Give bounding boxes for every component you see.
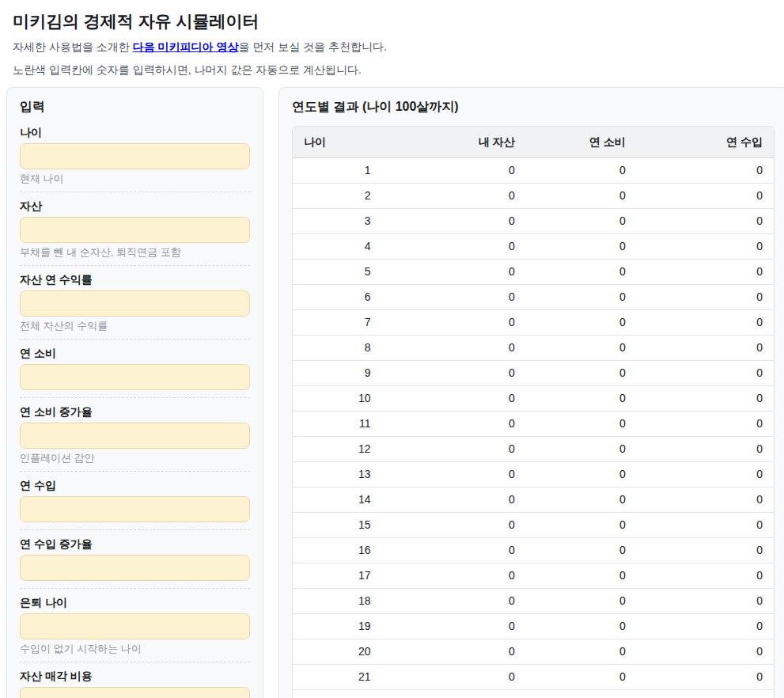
cell-income: 0 [637, 462, 774, 487]
cell-assets: 0 [381, 336, 525, 361]
cell-spend: 0 [526, 665, 637, 690]
retirement-age-field: 은퇴 나이수입이 없기 시작하는 나이 [20, 596, 250, 662]
age-label: 나이 [20, 126, 250, 138]
cell-spend: 0 [526, 690, 637, 698]
cell-income: 0 [637, 184, 774, 209]
cell-assets: 0 [381, 260, 525, 285]
cell-spend: 0 [526, 412, 637, 437]
cell-age: 19 [293, 614, 381, 639]
intro-line-1: 자세한 사용법을 소개한 다음 미키피디아 영상을 먼저 보실 것을 추천합니다… [13, 41, 771, 53]
cell-age: 16 [293, 538, 381, 563]
cell-age: 10 [293, 386, 381, 412]
field-divider [20, 471, 250, 472]
cell-age: 4 [293, 234, 381, 260]
field-divider [20, 339, 250, 340]
cell-age: 15 [293, 513, 381, 538]
annual-spending-growth-helper-text: 인플레이션 감안 [20, 452, 250, 464]
cell-spend: 0 [526, 310, 637, 336]
results-table-body: 1000200030004000500060007000800090001000… [293, 158, 774, 698]
table-row: 20000 [293, 639, 774, 665]
column-header-income: 연 수입 [637, 127, 774, 158]
cell-income: 0 [637, 310, 774, 336]
cell-assets: 0 [381, 563, 525, 589]
cell-age: 8 [293, 336, 381, 361]
results-table-head: 나이 내 자산 연 소비 연 수입 [293, 127, 774, 158]
table-row: 22000 [293, 690, 774, 698]
assets-input[interactable] [20, 217, 250, 243]
table-row: 13000 [293, 462, 774, 487]
asset-annual-return-label: 자산 연 수익률 [20, 273, 250, 286]
cell-spend: 0 [526, 336, 637, 361]
cell-spend: 0 [526, 487, 637, 513]
cell-income: 0 [637, 386, 774, 412]
annual-income-growth-field: 연 수입 증가율 [20, 537, 250, 589]
cell-spend: 0 [526, 209, 637, 234]
cell-assets: 0 [381, 513, 525, 538]
table-row: 10000 [293, 386, 774, 412]
table-row: 12000 [293, 437, 774, 462]
annual-spending-label: 연 소비 [20, 347, 250, 359]
field-divider [20, 662, 250, 662]
cell-age: 7 [293, 310, 381, 336]
cell-income: 0 [637, 336, 774, 361]
annual-income-growth-input[interactable] [20, 555, 250, 581]
annual-spending-growth-input[interactable] [20, 423, 250, 449]
cell-age: 17 [293, 563, 381, 589]
table-row: 17000 [293, 563, 774, 589]
asset-sale-cost-input[interactable] [20, 687, 250, 698]
retirement-age-input[interactable] [20, 613, 250, 639]
column-header-age: 나이 [293, 127, 381, 158]
cell-income: 0 [637, 437, 774, 462]
asset-annual-return-helper-text: 전체 자산의 수익률 [20, 320, 250, 332]
page-title: 미키김의 경제적 자유 시뮬레이터 [13, 11, 771, 31]
cell-income: 0 [637, 639, 774, 665]
asset-sale-cost-field: 자산 매각 비용 [20, 670, 250, 698]
field-divider [20, 529, 250, 530]
cell-income: 0 [637, 260, 774, 285]
table-row: 1000 [293, 158, 774, 184]
table-row: 19000 [293, 614, 774, 639]
annual-spending-input[interactable] [20, 364, 250, 390]
column-header-spend: 연 소비 [526, 127, 637, 158]
annual-income-label: 연 수입 [20, 479, 250, 491]
cell-spend: 0 [526, 639, 637, 665]
results-panel-header: 연도별 결과 (나이 100살까지) [292, 99, 775, 114]
cell-spend: 0 [526, 513, 637, 538]
cell-assets: 0 [381, 412, 525, 437]
age-field: 나이현재 나이 [20, 126, 250, 192]
age-input[interactable] [20, 143, 250, 169]
cell-income: 0 [637, 412, 774, 437]
cell-spend: 0 [526, 285, 637, 310]
cell-age: 20 [293, 639, 381, 665]
asset-sale-cost-label: 자산 매각 비용 [20, 670, 250, 682]
cell-assets: 0 [381, 614, 525, 639]
cell-assets: 0 [381, 158, 525, 184]
cell-age: 5 [293, 260, 381, 285]
mickeypedia-video-link[interactable]: 다음 미키피디아 영상 [133, 40, 239, 53]
cell-spend: 0 [526, 462, 637, 487]
cell-age: 14 [293, 487, 381, 513]
retirement-age-label: 은퇴 나이 [20, 596, 250, 609]
annual-income-field: 연 수입 [20, 479, 250, 530]
results-table: 나이 내 자산 연 소비 연 수입 1000200030004000500060… [293, 127, 774, 698]
cell-assets: 0 [381, 487, 525, 513]
annual-income-growth-label: 연 수입 증가율 [20, 537, 250, 550]
cell-spend: 0 [526, 260, 637, 285]
annual-spending-growth-label: 연 소비 증가율 [20, 405, 250, 418]
table-row: 15000 [293, 513, 774, 538]
assets-helper-text: 부채를 뺀 내 순자산, 퇴직연금 포함 [20, 246, 250, 258]
table-row: 4000 [293, 234, 774, 260]
cell-spend: 0 [526, 234, 637, 260]
cell-age: 21 [293, 665, 381, 690]
table-row: 21000 [293, 665, 774, 690]
retirement-age-helper-text: 수입이 없기 시작하는 나이 [20, 643, 250, 654]
cell-income: 0 [637, 234, 774, 260]
cell-income: 0 [637, 361, 774, 386]
cell-spend: 0 [526, 563, 637, 589]
cell-assets: 0 [381, 361, 525, 386]
intro-line-2: 노란색 입력칸에 숫자를 입력하시면, 나머지 값은 자동으로 계산됩니다. [13, 64, 771, 76]
input-fields: 나이현재 나이자산부채를 뺀 내 순자산, 퇴직연금 포함자산 연 수익률전체 … [20, 126, 250, 698]
annual-income-input[interactable] [20, 496, 250, 522]
main-columns: 입력 나이현재 나이자산부채를 뺀 내 순자산, 퇴직연금 포함자산 연 수익률… [0, 87, 784, 698]
asset-annual-return-input[interactable] [20, 290, 250, 317]
